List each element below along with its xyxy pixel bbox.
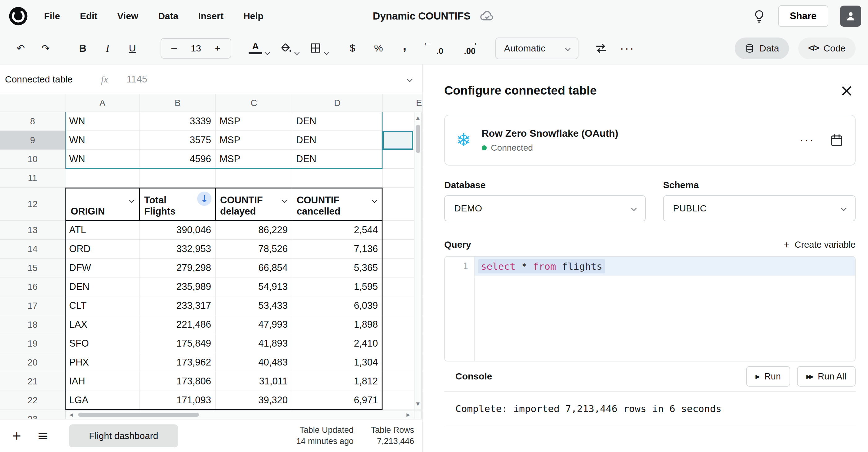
swap-source-icon[interactable] — [594, 41, 608, 56]
cell-A18[interactable]: LAX — [65, 315, 140, 334]
redo-button[interactable]: ↷ — [37, 38, 54, 59]
cell-D13[interactable]: 2,544 — [292, 221, 382, 240]
vertical-scrollbar-thumb[interactable] — [416, 125, 420, 153]
row-number[interactable]: 15 — [0, 259, 65, 277]
row-number[interactable]: 14 — [0, 240, 65, 259]
connection-more-button[interactable]: ··· — [800, 133, 815, 147]
row-number[interactable]: 11 — [0, 169, 65, 187]
cell-C22[interactable]: 39,320 — [216, 391, 292, 410]
row-number[interactable]: 23 — [0, 410, 65, 419]
app-logo-icon[interactable] — [9, 6, 28, 26]
decrease-decimal-button[interactable]: ← .0 — [422, 38, 445, 59]
cell-D8[interactable]: DEN — [292, 112, 382, 131]
cell-B17[interactable]: 233,317 — [140, 296, 216, 315]
lightbulb-icon[interactable] — [752, 9, 766, 23]
cell-C13[interactable]: 86,229 — [216, 221, 292, 240]
menu-insert[interactable]: Insert — [198, 11, 223, 21]
cell-A16[interactable]: DEN — [65, 277, 140, 296]
sql-query-editor[interactable]: 1 select * from flights — [444, 256, 856, 361]
cell-B8[interactable]: 3339 — [140, 112, 216, 131]
row-number[interactable]: 18 — [0, 315, 65, 334]
row-number[interactable]: 19 — [0, 334, 65, 353]
horizontal-scrollbar-thumb[interactable] — [78, 413, 199, 417]
scroll-up-icon[interactable]: ▲ — [416, 112, 420, 123]
cell-B9[interactable]: 3575 — [140, 131, 216, 150]
row-number[interactable]: 20 — [0, 353, 65, 372]
row-number[interactable]: 17 — [0, 296, 65, 315]
menu-data[interactable]: Data — [158, 11, 178, 21]
cell-D19[interactable]: 2,410 — [292, 334, 382, 353]
scroll-right-icon[interactable]: ▶ — [403, 412, 414, 418]
select-all-corner[interactable] — [0, 94, 65, 112]
menu-help[interactable]: Help — [243, 11, 264, 21]
comma-format-button[interactable]: , — [396, 35, 413, 56]
row-number[interactable]: 21 — [0, 372, 65, 391]
header-cell-countif-delayed[interactable]: COUNTIF delayed — [216, 187, 292, 221]
column-header-E[interactable]: E — [382, 94, 422, 112]
cell-B14[interactable]: 332,953 — [140, 240, 216, 259]
cell-D21[interactable]: 1,812 — [292, 372, 382, 391]
filter-chevron-icon[interactable] — [282, 193, 286, 205]
cell-B19[interactable]: 175,849 — [140, 334, 216, 353]
toolbar-overflow-button[interactable]: ··· — [620, 42, 635, 55]
header-cell-origin[interactable]: ORIGIN — [65, 187, 140, 221]
cell-A17[interactable]: CLT — [65, 296, 140, 315]
cell-C18[interactable]: 47,993 — [216, 315, 292, 334]
cell-D16[interactable]: 1,595 — [292, 277, 382, 296]
share-button[interactable]: Share — [778, 5, 828, 27]
cell-A13[interactable]: ATL — [65, 221, 140, 240]
chevron-down-icon[interactable] — [294, 50, 300, 55]
cell-B15[interactable]: 279,298 — [140, 259, 216, 277]
cell-D9[interactable]: DEN — [292, 131, 382, 150]
cell-A8[interactable]: WN — [65, 112, 140, 131]
percent-format-button[interactable]: % — [370, 38, 387, 59]
sheet-list-menu-icon[interactable]: ≡ — [37, 428, 49, 444]
add-sheet-button[interactable]: + — [12, 428, 21, 443]
database-dropdown[interactable]: DEMO — [444, 195, 646, 221]
cell-A11[interactable] — [65, 169, 140, 187]
row-number-selected[interactable]: 9 — [0, 131, 65, 150]
cell-D14[interactable]: 7,136 — [292, 240, 382, 259]
account-avatar[interactable] — [840, 6, 861, 27]
font-size-decrease-button[interactable]: − — [164, 39, 184, 57]
close-panel-button[interactable]: × — [840, 84, 854, 97]
filter-chevron-icon[interactable] — [373, 193, 376, 205]
cell-C11[interactable] — [216, 169, 292, 187]
horizontal-scrollbar[interactable]: ◀ ▶ — [65, 410, 414, 419]
cell-B16[interactable]: 235,989 — [140, 277, 216, 296]
cell-D22[interactable]: 6,971 — [292, 391, 382, 410]
currency-format-button[interactable]: $ — [344, 38, 361, 59]
create-variable-button[interactable]: + Create variable — [783, 239, 856, 250]
cell-A14[interactable]: ORD — [65, 240, 140, 259]
row-number[interactable]: 12 — [0, 187, 65, 221]
cell-D20[interactable]: 1,304 — [292, 353, 382, 372]
cell-A15[interactable]: DFW — [65, 259, 140, 277]
row-number[interactable]: 22 — [0, 391, 65, 410]
run-button[interactable]: ▶ Run — [746, 366, 790, 387]
scroll-left-icon[interactable]: ◀ — [66, 412, 77, 418]
scroll-down-icon[interactable]: ▼ — [416, 398, 420, 410]
number-format-dropdown[interactable]: Automatic — [495, 37, 579, 59]
cell-C16[interactable]: 54,913 — [216, 277, 292, 296]
column-header-C[interactable]: C — [216, 94, 292, 112]
schedule-calendar-icon[interactable] — [830, 133, 844, 147]
code-view-button[interactable]: </> Code — [798, 37, 856, 59]
cell-B10[interactable]: 4596 — [140, 150, 216, 169]
underline-button[interactable]: U — [124, 38, 141, 59]
sheet-tab-flight-dashboard[interactable]: Flight dashboard — [69, 424, 178, 447]
row-number[interactable]: 13 — [0, 221, 65, 240]
cell-B20[interactable]: 173,962 — [140, 353, 216, 372]
run-all-button[interactable]: ▶▶ Run All — [797, 366, 856, 387]
cell-A19[interactable]: SFO — [65, 334, 140, 353]
italic-button[interactable]: I — [99, 38, 116, 59]
cell-D10[interactable]: DEN — [292, 150, 382, 169]
cell-C20[interactable]: 40,483 — [216, 353, 292, 372]
cell-D18[interactable]: 1,898 — [292, 315, 382, 334]
cell-A20[interactable]: PHX — [65, 353, 140, 372]
cell-A22[interactable]: LGA — [65, 391, 140, 410]
font-size-increase-button[interactable]: + — [208, 39, 227, 57]
column-header-B[interactable]: B — [140, 94, 216, 112]
row-number[interactable]: 8 — [0, 112, 65, 131]
cell-C10[interactable]: MSP — [216, 150, 292, 169]
cell-D17[interactable]: 6,039 — [292, 296, 382, 315]
